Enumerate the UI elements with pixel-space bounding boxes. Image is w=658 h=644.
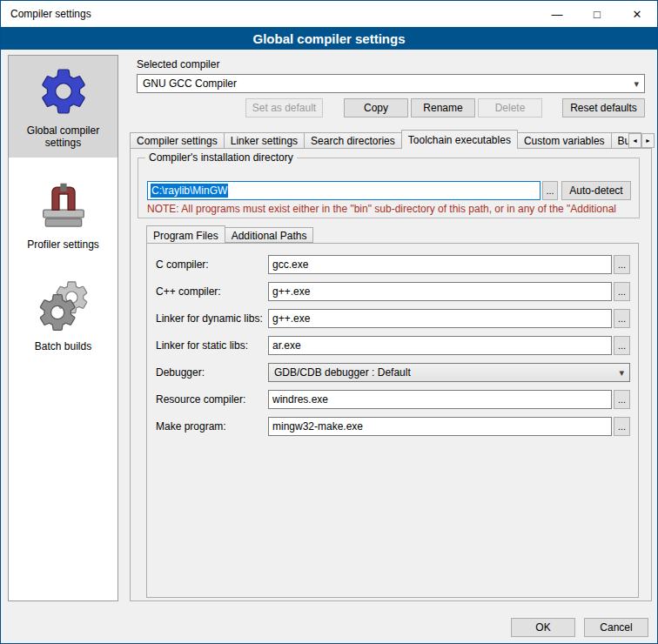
subtab-additional-paths[interactable]: Additional Paths xyxy=(225,227,314,243)
set-as-default-button[interactable]: Set as default xyxy=(245,98,323,117)
sidebar-item-label: Batch builds xyxy=(35,340,91,352)
make-program-browse-button[interactable]: ... xyxy=(614,417,630,436)
field-row-make-program: Make program: ... xyxy=(147,417,638,436)
chevron-down-icon: ▾ xyxy=(634,78,639,90)
cpp-compiler-browse-button[interactable]: ... xyxy=(614,282,630,301)
program-files-panel: C compiler: ... C++ compiler: ... Linker… xyxy=(146,243,639,598)
static-linker-label: Linker for static libs: xyxy=(156,336,248,355)
c-compiler-input[interactable] xyxy=(268,255,612,274)
make-program-label: Make program: xyxy=(156,417,226,436)
installation-directory-group: Compiler's installation directory C:\ray… xyxy=(138,158,640,218)
dynamic-linker-browse-button[interactable]: ... xyxy=(614,309,630,328)
make-program-input[interactable] xyxy=(268,417,612,436)
sidebar-item-batch-builds[interactable]: Batch builds xyxy=(9,272,118,361)
copy-button[interactable]: Copy xyxy=(344,98,408,117)
resource-compiler-label: Resource compiler: xyxy=(156,390,245,409)
c-compiler-browse-button[interactable]: ... xyxy=(614,255,630,274)
auto-detect-button[interactable]: Auto-detect xyxy=(561,181,631,200)
cancel-button[interactable]: Cancel xyxy=(584,618,648,637)
settings-tab-strip: Compiler settings Linker settings Search… xyxy=(130,130,641,149)
dynamic-linker-label: Linker for dynamic libs: xyxy=(156,309,263,328)
dynamic-linker-input[interactable] xyxy=(268,309,612,328)
tab-toolchain-executables[interactable]: Toolchain executables xyxy=(401,130,518,149)
tab-custom-variables[interactable]: Custom variables xyxy=(517,132,612,149)
selected-compiler-label: Selected compiler xyxy=(137,58,219,70)
tab-search-directories[interactable]: Search directories xyxy=(304,132,402,149)
static-linker-input[interactable] xyxy=(268,336,612,355)
batch-builds-gears-icon xyxy=(37,280,91,334)
debugger-value: GDB/CDB debugger : Default xyxy=(274,366,411,379)
rename-button[interactable]: Rename xyxy=(411,98,475,117)
chevron-down-icon: ▾ xyxy=(619,367,624,379)
field-row-resource-compiler: Resource compiler: ... xyxy=(147,390,638,409)
resource-compiler-browse-button[interactable]: ... xyxy=(614,390,630,409)
delete-button[interactable]: Delete xyxy=(478,98,542,117)
install-dir-selected-text: C:\raylib\MinGW xyxy=(151,184,228,198)
sidebar-item-label: Global compiler settings xyxy=(12,124,114,149)
field-row-cpp-compiler: C++ compiler: ... xyxy=(147,282,638,301)
field-row-dynamic-linker: Linker for dynamic libs: ... xyxy=(147,309,638,328)
install-dir-input[interactable]: C:\raylib\MinGW xyxy=(147,181,540,200)
bin-subdirectory-note: NOTE: All programs must exist either in … xyxy=(147,203,633,215)
toolchain-executables-panel: Compiler's installation directory C:\ray… xyxy=(130,148,652,601)
tab-scroll-right-icon[interactable]: ► xyxy=(641,133,655,148)
profiler-settings-tool-icon xyxy=(37,178,91,232)
ok-button[interactable]: OK xyxy=(511,618,575,637)
cpp-compiler-input[interactable] xyxy=(268,282,612,301)
minimize-button[interactable]: — xyxy=(537,1,577,27)
compiler-settings-window: Compiler settings — □ ✕ Global compiler … xyxy=(0,0,658,644)
window-controls: — □ ✕ xyxy=(537,1,657,27)
debugger-label: Debugger: xyxy=(156,363,205,382)
tab-scroll-left-icon[interactable]: ◄ xyxy=(628,133,641,148)
dialog-header: Global compiler settings xyxy=(1,27,657,50)
field-row-c-compiler: C compiler: ... xyxy=(147,255,638,274)
resource-compiler-input[interactable] xyxy=(268,390,612,409)
sidebar-item-label: Profiler settings xyxy=(27,238,99,251)
selected-compiler-select[interactable]: GNU GCC Compiler ▾ xyxy=(137,74,645,93)
sidebar-item-global-compiler-settings[interactable]: Global compiler settings xyxy=(9,56,118,158)
cpp-compiler-label: C++ compiler: xyxy=(156,282,221,301)
field-row-debugger: Debugger: GDB/CDB debugger : Default ▾ xyxy=(147,363,638,382)
debugger-select[interactable]: GDB/CDB debugger : Default ▾ xyxy=(268,363,630,382)
settings-category-list: Global compiler settings Profiler settin… xyxy=(8,55,118,601)
selected-compiler-value: GNU GCC Compiler xyxy=(143,77,237,90)
install-dir-browse-button[interactable]: ... xyxy=(542,181,558,200)
tab-compiler-settings[interactable]: Compiler settings xyxy=(130,132,225,149)
program-files-tab-strip: Program Files Additional Paths xyxy=(146,225,313,243)
subtab-program-files[interactable]: Program Files xyxy=(146,225,225,243)
title-bar[interactable]: Compiler settings — □ ✕ xyxy=(1,1,657,27)
c-compiler-label: C compiler: xyxy=(156,255,209,274)
static-linker-browse-button[interactable]: ... xyxy=(614,336,630,355)
maximize-button[interactable]: □ xyxy=(577,1,617,27)
reset-defaults-button[interactable]: Reset defaults xyxy=(562,98,645,117)
close-button[interactable]: ✕ xyxy=(617,1,657,27)
global-compiler-settings-gear-icon xyxy=(37,64,91,118)
tab-linker-settings[interactable]: Linker settings xyxy=(224,132,305,149)
sidebar-item-profiler-settings[interactable]: Profiler settings xyxy=(9,170,118,259)
window-title: Compiler settings xyxy=(10,8,91,20)
installation-directory-group-title: Compiler's installation directory xyxy=(145,151,297,164)
field-row-static-linker: Linker for static libs: ... xyxy=(147,336,638,355)
